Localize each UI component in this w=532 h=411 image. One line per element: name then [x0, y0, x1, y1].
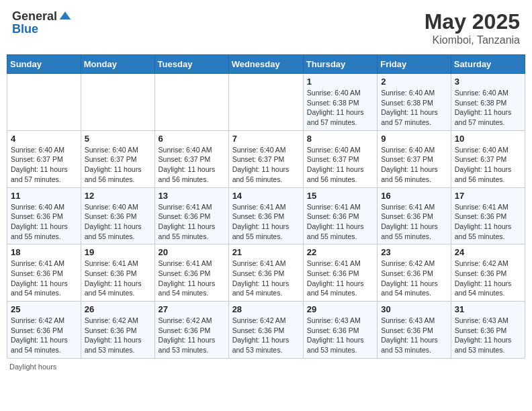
day-number: 31 [455, 304, 521, 314]
day-info: Sunrise: 6:42 AM Sunset: 6:36 PM Dayligh… [455, 259, 521, 298]
calendar-day-cell: 25Sunrise: 6:42 AM Sunset: 6:36 PM Dayli… [7, 302, 81, 359]
day-info: Sunrise: 6:40 AM Sunset: 6:38 PM Dayligh… [307, 88, 373, 128]
calendar-day-cell: 28Sunrise: 6:42 AM Sunset: 6:36 PM Dayli… [228, 302, 303, 359]
calendar-header-cell: Tuesday [154, 55, 228, 74]
day-info: Sunrise: 6:40 AM Sunset: 6:36 PM Dayligh… [85, 202, 151, 242]
calendar-day-cell: 14Sunrise: 6:41 AM Sunset: 6:36 PM Dayli… [228, 187, 303, 244]
calendar-week-row: 25Sunrise: 6:42 AM Sunset: 6:36 PM Dayli… [7, 302, 525, 359]
day-info: Sunrise: 6:42 AM Sunset: 6:36 PM Dayligh… [159, 316, 225, 355]
calendar-header-cell: Monday [81, 55, 154, 74]
day-number: 12 [85, 191, 151, 201]
calendar-day-cell: 11Sunrise: 6:40 AM Sunset: 6:36 PM Dayli… [7, 187, 81, 244]
logo-icon [58, 9, 72, 23]
day-number: 28 [232, 304, 300, 314]
day-info: Sunrise: 6:40 AM Sunset: 6:37 PM Dayligh… [307, 145, 373, 185]
calendar-day-cell: 23Sunrise: 6:42 AM Sunset: 6:36 PM Dayli… [378, 244, 451, 302]
day-info: Sunrise: 6:42 AM Sunset: 6:36 PM Dayligh… [232, 316, 300, 355]
calendar-day-cell: 20Sunrise: 6:41 AM Sunset: 6:36 PM Dayli… [154, 244, 228, 302]
day-info: Sunrise: 6:40 AM Sunset: 6:36 PM Dayligh… [11, 202, 77, 242]
day-info: Sunrise: 6:41 AM Sunset: 6:36 PM Dayligh… [232, 259, 300, 298]
calendar-day-cell: 17Sunrise: 6:41 AM Sunset: 6:36 PM Dayli… [451, 187, 525, 244]
calendar-day-cell: 12Sunrise: 6:40 AM Sunset: 6:36 PM Dayli… [81, 187, 154, 244]
calendar-day-cell: 18Sunrise: 6:41 AM Sunset: 6:36 PM Dayli… [7, 244, 81, 302]
day-info: Sunrise: 6:41 AM Sunset: 6:36 PM Dayligh… [232, 202, 300, 242]
day-number: 22 [307, 247, 373, 257]
calendar-day-cell: 6Sunrise: 6:40 AM Sunset: 6:37 PM Daylig… [154, 130, 228, 187]
day-number: 15 [307, 191, 373, 201]
day-number: 8 [307, 134, 373, 144]
day-number: 6 [159, 134, 225, 144]
calendar-header-cell: Wednesday [228, 55, 303, 74]
calendar-day-cell: 4Sunrise: 6:40 AM Sunset: 6:37 PM Daylig… [7, 130, 81, 187]
day-number: 20 [159, 247, 225, 257]
calendar-day-cell: 8Sunrise: 6:40 AM Sunset: 6:37 PM Daylig… [303, 130, 377, 187]
calendar-day-cell: 26Sunrise: 6:42 AM Sunset: 6:36 PM Dayli… [81, 302, 154, 359]
calendar-header-cell: Friday [378, 55, 451, 74]
calendar-header-cell: Sunday [7, 55, 81, 74]
day-info: Sunrise: 6:40 AM Sunset: 6:37 PM Dayligh… [232, 145, 300, 185]
day-info: Sunrise: 6:43 AM Sunset: 6:36 PM Dayligh… [307, 316, 373, 355]
footer-note: Daylight hours [7, 363, 525, 371]
calendar-day-cell: 27Sunrise: 6:42 AM Sunset: 6:36 PM Dayli… [154, 302, 228, 359]
day-number: 7 [232, 134, 300, 144]
day-number: 19 [85, 247, 151, 257]
calendar-header-row: SundayMondayTuesdayWednesdayThursdayFrid… [7, 55, 525, 74]
calendar-day-cell: 30Sunrise: 6:43 AM Sunset: 6:36 PM Dayli… [378, 302, 451, 359]
calendar-day-cell: 31Sunrise: 6:43 AM Sunset: 6:36 PM Dayli… [451, 302, 525, 359]
calendar-week-row: 11Sunrise: 6:40 AM Sunset: 6:36 PM Dayli… [7, 187, 525, 244]
day-info: Sunrise: 6:41 AM Sunset: 6:36 PM Dayligh… [159, 259, 225, 298]
calendar-day-cell [154, 74, 228, 131]
day-number: 30 [381, 304, 447, 314]
calendar-day-cell [81, 74, 154, 131]
calendar-day-cell: 5Sunrise: 6:40 AM Sunset: 6:37 PM Daylig… [81, 130, 154, 187]
day-info: Sunrise: 6:40 AM Sunset: 6:38 PM Dayligh… [455, 88, 521, 128]
day-info: Sunrise: 6:40 AM Sunset: 6:37 PM Dayligh… [11, 145, 77, 185]
day-number: 2 [381, 77, 447, 87]
day-number: 14 [232, 191, 300, 201]
calendar-subtitle: Kiomboi, Tanzania [425, 34, 520, 46]
calendar-day-cell: 13Sunrise: 6:41 AM Sunset: 6:36 PM Dayli… [154, 187, 228, 244]
day-number: 29 [307, 304, 373, 314]
day-number: 17 [455, 191, 521, 201]
calendar-day-cell: 1Sunrise: 6:40 AM Sunset: 6:38 PM Daylig… [303, 74, 377, 131]
calendar-day-cell: 7Sunrise: 6:40 AM Sunset: 6:37 PM Daylig… [228, 130, 303, 187]
day-number: 24 [455, 247, 521, 257]
day-info: Sunrise: 6:41 AM Sunset: 6:36 PM Dayligh… [159, 202, 225, 242]
calendar-day-cell: 3Sunrise: 6:40 AM Sunset: 6:38 PM Daylig… [451, 74, 525, 131]
calendar-day-cell: 19Sunrise: 6:41 AM Sunset: 6:36 PM Dayli… [81, 244, 154, 302]
calendar-day-cell: 29Sunrise: 6:43 AM Sunset: 6:36 PM Dayli… [303, 302, 377, 359]
day-info: Sunrise: 6:40 AM Sunset: 6:37 PM Dayligh… [85, 145, 151, 185]
calendar-day-cell: 22Sunrise: 6:41 AM Sunset: 6:36 PM Dayli… [303, 244, 377, 302]
day-number: 5 [85, 134, 151, 144]
day-number: 10 [455, 134, 521, 144]
day-number: 9 [381, 134, 447, 144]
day-info: Sunrise: 6:41 AM Sunset: 6:36 PM Dayligh… [11, 259, 77, 298]
calendar-day-cell: 21Sunrise: 6:41 AM Sunset: 6:36 PM Dayli… [228, 244, 303, 302]
logo-text-blue: Blue [12, 23, 38, 35]
calendar-week-row: 1Sunrise: 6:40 AM Sunset: 6:38 PM Daylig… [7, 74, 525, 131]
calendar-header-cell: Saturday [451, 55, 525, 74]
day-number: 25 [11, 304, 77, 314]
day-info: Sunrise: 6:43 AM Sunset: 6:36 PM Dayligh… [381, 316, 447, 355]
day-info: Sunrise: 6:40 AM Sunset: 6:38 PM Dayligh… [381, 88, 447, 128]
day-info: Sunrise: 6:40 AM Sunset: 6:37 PM Dayligh… [159, 145, 225, 185]
calendar-day-cell: 2Sunrise: 6:40 AM Sunset: 6:38 PM Daylig… [378, 74, 451, 131]
calendar-week-row: 18Sunrise: 6:41 AM Sunset: 6:36 PM Dayli… [7, 244, 525, 302]
day-info: Sunrise: 6:41 AM Sunset: 6:36 PM Dayligh… [307, 202, 373, 242]
title-block: May 2025 Kiomboi, Tanzania [425, 9, 520, 46]
day-number: 11 [11, 191, 77, 201]
day-info: Sunrise: 6:42 AM Sunset: 6:36 PM Dayligh… [85, 316, 151, 355]
calendar-day-cell: 9Sunrise: 6:40 AM Sunset: 6:37 PM Daylig… [378, 130, 451, 187]
day-number: 27 [159, 304, 225, 314]
calendar-title: May 2025 [425, 9, 520, 34]
day-info: Sunrise: 6:40 AM Sunset: 6:37 PM Dayligh… [381, 145, 447, 185]
logo-text-general: General [12, 10, 57, 22]
day-info: Sunrise: 6:42 AM Sunset: 6:36 PM Dayligh… [11, 316, 77, 355]
day-info: Sunrise: 6:43 AM Sunset: 6:36 PM Dayligh… [455, 316, 521, 355]
calendar-day-cell: 16Sunrise: 6:41 AM Sunset: 6:36 PM Dayli… [378, 187, 451, 244]
calendar-day-cell: 15Sunrise: 6:41 AM Sunset: 6:36 PM Dayli… [303, 187, 377, 244]
page-header: General Blue May 2025 Kiomboi, Tanzania [7, 7, 525, 49]
logo: General Blue [12, 9, 72, 35]
day-number: 3 [455, 77, 521, 87]
calendar-day-cell: 10Sunrise: 6:40 AM Sunset: 6:37 PM Dayli… [451, 130, 525, 187]
